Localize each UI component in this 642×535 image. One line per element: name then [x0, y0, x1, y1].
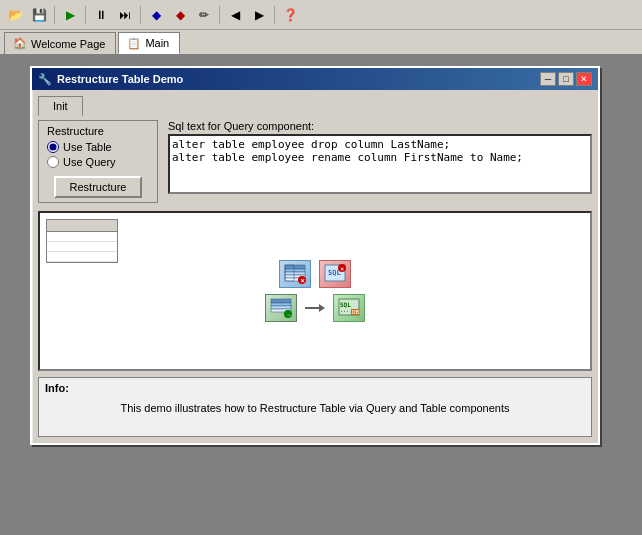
component-row-2: → SQL [265, 294, 365, 322]
tab-main[interactable]: 📋 Main [118, 32, 180, 54]
dialog-controls: ─ □ ✕ [540, 72, 592, 86]
dialog-titlebar: 🔧 Restructure Table Demo ─ □ ✕ [32, 68, 598, 90]
dialog-restructure: 🔧 Restructure Table Demo ─ □ ✕ Init Rest… [30, 66, 600, 445]
table-component-icon[interactable]: ✕ [279, 260, 311, 288]
sql-label: Sql text for Query component: [168, 120, 592, 132]
sql-section: Sql text for Query component: alter tabl… [168, 120, 592, 203]
svg-marker-19 [319, 304, 325, 312]
svg-rect-14 [271, 306, 291, 309]
canvas-area: ✕ SQL ✕ [38, 211, 592, 371]
save-icon: 💾 [32, 8, 47, 22]
dialog-close-button[interactable]: ✕ [576, 72, 592, 86]
svg-text:✕: ✕ [340, 266, 344, 272]
radio-use-table-label: Use Table [63, 141, 112, 153]
tab-welcome-page[interactable]: 🏠 Welcome Page [4, 32, 116, 54]
svg-text:✕: ✕ [300, 278, 305, 284]
dialog-maximize-button[interactable]: □ [558, 72, 574, 86]
dialog-tabs: Init [38, 96, 592, 116]
run-button[interactable]: ▶ [59, 4, 81, 26]
marker1-button[interactable]: ◆ [145, 4, 167, 26]
dialog-minimize-button[interactable]: ─ [540, 72, 556, 86]
restructure-group-label: Restructure [47, 125, 149, 137]
svg-rect-0 [285, 265, 305, 269]
save-button[interactable]: 💾 [28, 4, 50, 26]
help-icon: ❓ [283, 8, 298, 22]
dialog-title: 🔧 Restructure Table Demo [38, 73, 183, 86]
component-row-1: ✕ SQL ✕ [279, 260, 351, 288]
canvas-components: ✕ SQL ✕ [265, 260, 365, 322]
sql-textarea[interactable]: alter table employee drop column LastNam… [168, 134, 592, 194]
svg-rect-13 [271, 303, 291, 306]
restructure-button[interactable]: Restructure [54, 176, 143, 198]
step-button[interactable]: ⏭ [114, 4, 136, 26]
dialog-content: Init Restructure Use Table Use Query [32, 90, 598, 443]
forward-icon: ▶ [255, 8, 264, 22]
toolbar-separator-2 [85, 6, 86, 24]
back-icon: ◀ [231, 8, 240, 22]
tab-main-label: Main [145, 37, 169, 49]
toolbar: 📂 💾 ▶ ⏸ ⏭ ◆ ◆ ✏ ◀ ▶ ❓ [0, 0, 642, 30]
info-label: Info: [45, 382, 585, 394]
help-button[interactable]: ❓ [279, 4, 301, 26]
main-area: 🔧 Restructure Table Demo ─ □ ✕ Init Rest… [0, 56, 642, 535]
toolbar-separator-1 [54, 6, 55, 24]
pencil-button[interactable]: ✏ [193, 4, 215, 26]
svg-text:···: ··· [340, 308, 349, 314]
pause-icon: ⏸ [95, 8, 107, 22]
arrow-component [305, 294, 325, 322]
canvas-table-row-2 [47, 242, 117, 252]
svg-rect-1 [285, 269, 305, 272]
canvas-table-row-3 [47, 252, 117, 262]
open-icon: 📂 [8, 8, 23, 22]
tab-welcome-page-label: Welcome Page [31, 38, 105, 50]
radio-use-table-item: Use Table [47, 141, 149, 153]
info-text: This demo illustrates how to Restructure… [45, 398, 585, 414]
restructure-group: Restructure Use Table Use Query Restruct… [38, 120, 158, 203]
dialog-tab-init[interactable]: Init [38, 96, 83, 116]
info-section: Info: This demo illustrates how to Restr… [38, 377, 592, 437]
toolbar-separator-5 [274, 6, 275, 24]
pause-button[interactable]: ⏸ [90, 4, 112, 26]
marker2-button[interactable]: ◆ [169, 4, 191, 26]
svg-text:SQL: SQL [340, 301, 351, 308]
marker1-icon: ◆ [152, 8, 161, 22]
radio-use-query-label: Use Query [63, 156, 116, 168]
marker2-icon: ◆ [176, 8, 185, 22]
svg-text:→: → [286, 312, 292, 318]
radio-use-table[interactable] [47, 141, 59, 153]
toolbar-separator-3 [140, 6, 141, 24]
tabs-bar: 🏠 Welcome Page 📋 Main [0, 30, 642, 56]
dialog-title-icon: 🔧 [38, 73, 52, 86]
toolbar-separator-4 [219, 6, 220, 24]
svg-rect-12 [271, 299, 291, 303]
svg-text:DB: DB [352, 309, 360, 315]
back-button[interactable]: ◀ [224, 4, 246, 26]
sql-component-icon[interactable]: SQL ··· DB [333, 294, 365, 322]
canvas-table-widget [46, 219, 118, 263]
tab-welcome-page-icon: 🏠 [13, 37, 27, 50]
dialog-title-text: Restructure Table Demo [57, 73, 183, 85]
restructure-component-icon[interactable]: → [265, 294, 297, 322]
canvas-table-header [47, 220, 117, 232]
run-icon: ▶ [66, 8, 75, 22]
radio-use-query-item: Use Query [47, 156, 149, 168]
canvas-table-row-1 [47, 232, 117, 242]
open-button[interactable]: 📂 [4, 4, 26, 26]
radio-use-query[interactable] [47, 156, 59, 168]
svg-rect-2 [285, 272, 305, 275]
dialog-top-section: Restructure Use Table Use Query Restruct… [38, 120, 592, 203]
restructure-panel: Restructure Use Table Use Query Restruct… [38, 120, 158, 203]
step-icon: ⏭ [119, 8, 131, 22]
pencil-icon: ✏ [199, 8, 209, 22]
query-component-icon[interactable]: SQL ✕ [319, 260, 351, 288]
tab-main-icon: 📋 [127, 37, 141, 50]
forward-button[interactable]: ▶ [248, 4, 270, 26]
